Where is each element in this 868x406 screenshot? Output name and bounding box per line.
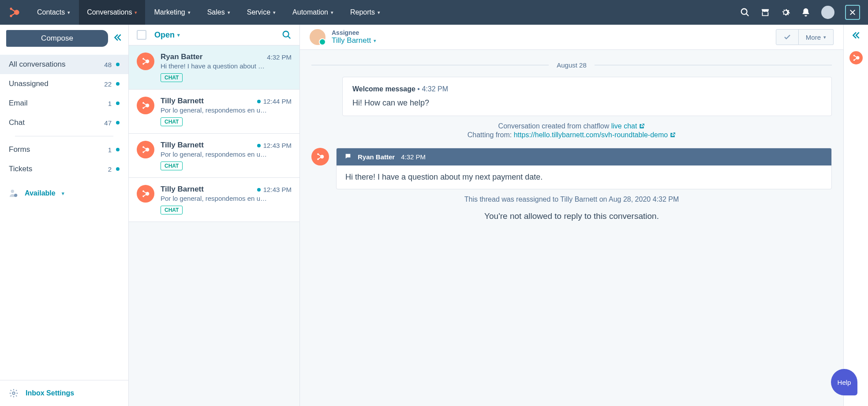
source-url-link[interactable]: https://hello.tillybarnett.com/svh-round…	[514, 131, 668, 139]
presence-toggle[interactable]: Available ▾	[0, 181, 128, 205]
unread-dot-icon	[116, 148, 120, 151]
hubspot-rail-icon[interactable]	[849, 51, 863, 64]
folder-forms[interactable]: Forms1	[0, 140, 128, 159]
thread-item[interactable]: Tilly Barnett12:44 PM Por lo general, re…	[129, 90, 299, 134]
visitor-message: Ryan Batter4:32 PM Hi there! I have a qu…	[311, 148, 832, 189]
close-button[interactable]	[845, 5, 860, 20]
gear-icon	[9, 388, 19, 398]
nav-contacts[interactable]: Contacts▾	[29, 0, 78, 25]
folder-email[interactable]: Email1	[0, 94, 128, 113]
thread-name: Tilly Barnett	[161, 97, 254, 105]
presence-label: Available	[25, 189, 56, 197]
folder-all-conversations[interactable]: All conversations48	[0, 55, 128, 74]
thread-item[interactable]: Tilly Barnett12:43 PM Por lo general, re…	[129, 178, 299, 222]
svg-point-7	[283, 31, 289, 37]
folder-tickets[interactable]: Tickets2	[0, 159, 128, 179]
divider	[15, 136, 113, 136]
user-avatar[interactable]	[821, 6, 834, 19]
channel-badge: CHAT	[161, 73, 183, 82]
conversation-meta: Conversation created from chatflow live …	[342, 122, 801, 140]
help-button[interactable]: Help	[831, 369, 857, 395]
thread-item[interactable]: Tilly Barnett12:43 PM Por lo general, re…	[129, 134, 299, 178]
assignee-avatar	[310, 29, 326, 45]
external-link-icon	[670, 132, 676, 140]
nav-automation[interactable]: Automation▾	[284, 0, 341, 25]
chevron-down-icon: ▾	[177, 32, 180, 38]
unread-dot-icon	[116, 82, 120, 86]
nav-marketing[interactable]: Marketing▾	[146, 0, 198, 25]
conversation-body: August 28 Welcome message • 4:32 PM Hi! …	[300, 50, 843, 406]
message-body: Hi there! I have a question about my nex…	[337, 165, 831, 189]
thread-preview: Por lo general, respondemos en u…	[161, 195, 292, 202]
search-threads-icon[interactable]	[282, 30, 292, 40]
visitor-avatar	[311, 148, 329, 165]
chat-bubble-icon	[344, 153, 352, 161]
status-filter-dropdown[interactable]: Open▾	[154, 30, 274, 40]
message-time: 4:32 PM	[401, 153, 426, 161]
message-author: Ryan Batter	[358, 153, 395, 161]
channel-badge: CHAT	[161, 162, 183, 170]
unread-dot-icon	[116, 63, 120, 66]
more-dropdown[interactable]: More▾	[799, 29, 834, 45]
inbox-settings-label: Inbox Settings	[26, 389, 74, 397]
compose-button[interactable]: Compose	[6, 30, 108, 47]
expand-right-icon[interactable]	[852, 31, 861, 41]
folder-unassigned[interactable]: Unassigned22	[0, 74, 128, 94]
folder-list: All conversations48 Unassigned22 Email1 …	[0, 52, 128, 181]
svg-point-20	[320, 155, 324, 158]
welcome-title: Welcome message	[352, 85, 415, 93]
external-link-icon	[639, 123, 645, 131]
folder-chat[interactable]: Chat47	[0, 113, 128, 132]
chevron-down-icon: ▾	[188, 10, 191, 15]
chevron-down-icon: ▾	[331, 10, 333, 15]
compose-row: Compose	[0, 25, 128, 52]
thread-item[interactable]: Ryan Batter4:32 PM Hi there! I have a qu…	[129, 45, 299, 90]
collapse-left-icon[interactable]	[113, 33, 122, 44]
nav-right	[740, 5, 860, 20]
assignee-dropdown[interactable]: Tilly Barnett▾	[332, 36, 376, 45]
gear-icon[interactable]	[781, 8, 790, 17]
svg-point-5	[14, 194, 17, 197]
inbox-settings[interactable]: Inbox Settings	[0, 380, 128, 406]
main-layout: Compose All conversations48 Unassigned22…	[0, 25, 868, 406]
chevron-down-icon: ▾	[823, 34, 826, 40]
thread-preview: Por lo general, respondemos en u…	[161, 106, 292, 114]
welcome-body: Hi! How can we help?	[352, 98, 822, 108]
unread-dot-icon	[116, 121, 120, 124]
channel-badge: CHAT	[161, 206, 183, 214]
thread-time: 4:32 PM	[267, 53, 292, 61]
no-permission-notice: You're not allowed to reply to this conv…	[311, 211, 832, 221]
nav-service[interactable]: Service▾	[239, 0, 284, 25]
thread-name: Tilly Barnett	[161, 185, 254, 194]
nav-sales[interactable]: Sales▾	[199, 0, 238, 25]
conversation-header: Assignee Tilly Barnett▾ More▾	[300, 25, 843, 50]
conversation-column: Assignee Tilly Barnett▾ More▾ August 28 …	[300, 25, 843, 406]
unread-dot-icon	[116, 167, 120, 171]
sidebar: Compose All conversations48 Unassigned22…	[0, 25, 129, 406]
thread-avatar	[137, 185, 154, 203]
date-separator: August 28	[311, 61, 832, 69]
chevron-down-icon: ▾	[374, 38, 376, 44]
hubspot-logo-icon	[8, 6, 20, 19]
mark-done-button[interactable]	[776, 29, 799, 45]
nav-items: Contacts▾ Conversations▾ Marketing▾ Sale…	[29, 0, 737, 25]
thread-column: Open▾ Ryan Batter4:32 PM Hi there! I hav…	[129, 25, 300, 406]
thread-preview: Por lo general, respondemos en u…	[161, 150, 292, 158]
chatflow-link[interactable]: live chat	[611, 122, 637, 130]
search-icon[interactable]	[740, 8, 750, 17]
nav-conversations[interactable]: Conversations▾	[79, 0, 145, 25]
welcome-message-card: Welcome message • 4:32 PM Hi! How can we…	[342, 77, 832, 116]
svg-point-3	[741, 9, 747, 15]
thread-name: Ryan Batter	[161, 53, 263, 61]
welcome-time: 4:32 PM	[422, 85, 448, 93]
select-all-checkbox[interactable]	[137, 30, 146, 40]
thread-header: Open▾	[129, 25, 299, 45]
thread-time: 12:43 PM	[257, 186, 292, 193]
thread-name: Tilly Barnett	[161, 141, 254, 150]
marketplace-icon[interactable]	[760, 8, 770, 17]
svg-point-8	[146, 60, 149, 63]
thread-preview: Hi there! I have a question about …	[161, 62, 292, 70]
nav-reports[interactable]: Reports▾	[342, 0, 388, 25]
right-rail	[843, 25, 868, 406]
bell-icon[interactable]	[801, 8, 811, 17]
